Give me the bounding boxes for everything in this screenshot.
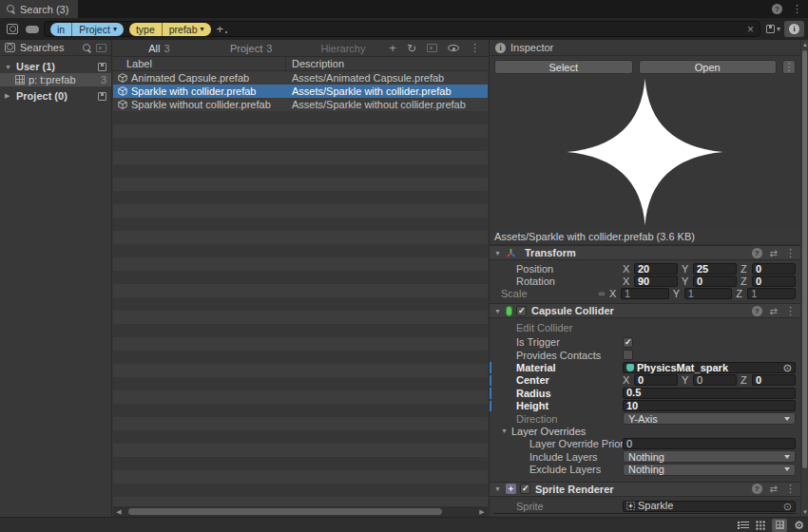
inspector-menu-button[interactable]: ⋮ xyxy=(782,60,796,74)
triangle-down-icon[interactable]: ▼ xyxy=(5,64,12,70)
component-enabled-checkbox[interactable] xyxy=(520,484,530,494)
chevron-down-icon xyxy=(784,417,790,421)
component-enabled-checkbox[interactable] xyxy=(516,306,527,316)
triangle-down-icon[interactable]: ▼ xyxy=(494,250,502,256)
filter-chip-in-project[interactable]: in Project ▾ xyxy=(50,23,124,36)
search-window-icon xyxy=(7,24,18,34)
tab-project[interactable]: Project 3 xyxy=(205,43,298,54)
center-z-field[interactable]: 0 xyxy=(752,374,796,386)
table-row-selected[interactable]: Sparkle with collider.prefab Assets/Spar… xyxy=(113,85,488,98)
rotation-y-field[interactable]: 0 xyxy=(693,276,737,287)
save-icon[interactable] xyxy=(98,63,106,71)
save-search-button[interactable]: ▾ xyxy=(766,25,780,33)
results-menu-icon[interactable]: ⋮ xyxy=(470,42,480,54)
scale-z-field[interactable]: 1 xyxy=(747,288,796,299)
help-icon[interactable]: ? xyxy=(752,248,762,258)
layer-override-priority-field[interactable]: 0 xyxy=(623,438,796,449)
help-icon[interactable]: ? xyxy=(752,306,762,316)
object-picker-icon[interactable]: ⊙ xyxy=(783,363,792,372)
include-layers-dropdown[interactable]: Nothing xyxy=(623,450,796,463)
search-input[interactable]: in Project ▾ type prefab ▾ + × xyxy=(44,21,760,37)
component-menu-icon[interactable]: ⋮ xyxy=(785,305,796,317)
refresh-icon[interactable]: ↻ xyxy=(407,42,416,55)
filter-value-dropdown[interactable]: Project ▾ xyxy=(71,23,124,36)
presets-icon[interactable]: ⇄ xyxy=(770,484,778,494)
grid-view-icon[interactable] xyxy=(756,521,765,530)
center-y-field[interactable]: 0 xyxy=(693,374,737,386)
filter-key[interactable]: type xyxy=(129,23,162,36)
provides-contacts-checkbox[interactable] xyxy=(623,350,633,360)
link-scale-icon[interactable]: ∞ xyxy=(596,289,607,298)
scroll-right-icon[interactable]: ▶ xyxy=(478,508,486,516)
horizontal-scrollbar[interactable]: ◀ ▶ xyxy=(113,506,488,517)
gear-icon[interactable]: ⚙ xyxy=(794,519,804,532)
list-view-icon[interactable] xyxy=(738,521,749,529)
prefab-icon xyxy=(118,86,127,96)
search-picker-button[interactable] xyxy=(4,22,20,37)
scroll-left-icon[interactable]: ◀ xyxy=(115,508,123,516)
material-object-field[interactable]: PhysicsMat_spark ⊙ xyxy=(623,362,796,373)
scrollbar-thumb[interactable] xyxy=(802,50,807,468)
search-picker-icon[interactable] xyxy=(96,44,106,52)
triangle-right-icon[interactable]: ▶ xyxy=(5,92,12,100)
transform-component-header[interactable]: ▼ Transform ? ⇄ ⋮ xyxy=(490,245,800,260)
scrollbar-thumb[interactable] xyxy=(128,508,442,515)
filter-chip-type-prefab[interactable]: type prefab ▾ xyxy=(129,23,211,36)
visibility-icon[interactable] xyxy=(448,45,459,51)
sidebar-group-user[interactable]: ▼ User (1) xyxy=(0,60,111,73)
presets-icon[interactable]: ⇄ xyxy=(770,248,778,258)
center-x-field[interactable]: 0 xyxy=(634,374,678,386)
save-icon[interactable] xyxy=(98,92,106,101)
triangle-down-icon[interactable]: ▼ xyxy=(494,308,502,314)
capsule-collider-header[interactable]: ▼ Capsule Collider ? ⇄ ⋮ xyxy=(490,303,800,318)
query-builder-toggle[interactable] xyxy=(24,22,40,37)
add-tab-icon[interactable]: + xyxy=(389,41,396,55)
add-filter-button[interactable]: + xyxy=(217,23,228,35)
clear-search-icon[interactable]: × xyxy=(747,23,754,36)
position-x-field[interactable]: 20 xyxy=(634,263,678,275)
table-row[interactable]: Animated Capsule.prefab Assets/Animated … xyxy=(113,71,488,85)
window-menu-icon[interactable]: ⋮ xyxy=(792,3,802,15)
sprite-renderer-header[interactable]: ▼ Sprite Renderer ? ⇄ ⋮ xyxy=(490,482,800,497)
component-menu-icon[interactable]: ⋮ xyxy=(785,483,796,495)
search-icon[interactable] xyxy=(83,44,91,52)
help-icon[interactable]: ? xyxy=(752,484,762,494)
triangle-down-icon[interactable]: ▼ xyxy=(494,485,502,492)
scroll-down-icon[interactable]: ▼ xyxy=(801,507,808,517)
presets-icon[interactable]: ⇄ xyxy=(770,306,778,316)
sprite-object-field[interactable]: Sparkle ⊙ xyxy=(623,501,796,512)
vertical-scrollbar[interactable]: ▲ ▼ xyxy=(800,40,808,517)
component-menu-icon[interactable]: ⋮ xyxy=(785,247,796,259)
position-y-field[interactable]: 25 xyxy=(693,263,737,275)
help-icon[interactable]: ? xyxy=(772,4,782,14)
scale-x-field[interactable]: 1 xyxy=(621,288,669,299)
rotation-z-field[interactable]: 0 xyxy=(752,276,796,287)
column-header-label[interactable]: Label xyxy=(113,57,286,70)
open-button[interactable]: Open xyxy=(639,60,778,74)
select-button[interactable]: Select xyxy=(494,60,633,74)
radius-field[interactable]: 0.5 xyxy=(623,388,796,399)
is-trigger-checkbox[interactable] xyxy=(623,337,633,348)
table-row[interactable]: Sparkle without collider.prefab Assets/S… xyxy=(113,98,488,111)
scale-y-field[interactable]: 1 xyxy=(684,288,733,299)
tab-hierarchy[interactable]: Hierarchy xyxy=(298,43,390,54)
rotation-x-field[interactable]: 90 xyxy=(634,276,678,287)
position-z-field[interactable]: 0 xyxy=(752,263,796,275)
filter-value-dropdown[interactable]: prefab ▾ xyxy=(162,23,211,36)
sidebar-group-project[interactable]: ▶ Project (0) xyxy=(0,89,111,103)
preview-toggle-icon[interactable] xyxy=(427,44,437,52)
tab-all[interactable]: All 3 xyxy=(113,43,205,54)
sprite-renderer-icon xyxy=(506,484,516,494)
height-field[interactable]: 10 xyxy=(623,400,796,411)
object-picker-icon[interactable]: ⊙ xyxy=(783,502,792,511)
exclude-layers-dropdown[interactable]: Nothing xyxy=(623,464,796,476)
filter-key[interactable]: in xyxy=(50,23,71,36)
layer-overrides-foldout[interactable]: ▼ Layer Overrides xyxy=(490,425,800,437)
direction-dropdown[interactable]: Y-Axis xyxy=(623,412,796,425)
sidebar-item-saved-query[interactable]: p: t:prefab 3 xyxy=(0,73,111,86)
column-header-description[interactable]: Description xyxy=(286,58,488,69)
search-window-tab[interactable]: Search (3) xyxy=(0,0,78,18)
scroll-up-icon[interactable]: ▲ xyxy=(801,40,808,49)
table-view-button[interactable] xyxy=(772,519,787,532)
inspector-toggle-button[interactable]: i xyxy=(784,21,804,37)
